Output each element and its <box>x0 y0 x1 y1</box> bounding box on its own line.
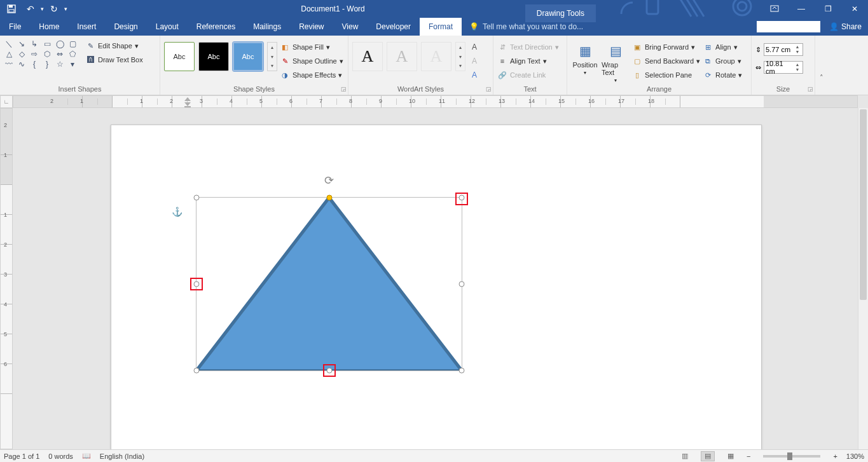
view-web-layout[interactable]: ▦ <box>724 451 738 461</box>
qat-save[interactable] <box>3 0 20 18</box>
wordart-style-2[interactable]: A <box>387 42 417 71</box>
shape-freeform-icon[interactable]: 〰 <box>4 60 14 69</box>
status-words[interactable]: 0 words <box>48 452 73 460</box>
zoom-slider[interactable] <box>763 455 820 458</box>
tab-file[interactable]: File <box>0 18 30 36</box>
wordart-more[interactable]: ▴▾▾ <box>455 42 465 71</box>
shape-rect-icon[interactable]: ▭ <box>42 39 52 48</box>
bring-forward-button[interactable]: ▣Bring Forward ▾ <box>632 41 700 53</box>
rotate-button[interactable]: ⟳Rotate ▾ <box>703 69 742 81</box>
selection-pane-button[interactable]: ▯Selection Pane <box>632 69 700 81</box>
shape-curve-icon[interactable]: ∿ <box>17 60 27 69</box>
first-line-indent[interactable] <box>184 96 191 107</box>
shape-oval-icon[interactable]: ◯ <box>55 39 65 48</box>
shape-styles-dialog[interactable]: ◲ <box>341 85 347 93</box>
shape-arrow-icon[interactable]: ↘ <box>17 39 27 48</box>
qat-undo-more[interactable]: ▾ <box>41 6 44 12</box>
align-text-button[interactable]: ≡Align Text ▾ <box>497 55 559 67</box>
shape-style-1[interactable]: Abc <box>164 42 195 71</box>
shape-lrarrow-icon[interactable]: ⇔ <box>55 50 65 58</box>
window-restore[interactable]: ❐ <box>815 0 841 18</box>
shape-outline-button[interactable]: ✎Shape Outline ▾ <box>280 55 343 67</box>
shape-star-icon[interactable]: ☆ <box>55 60 65 69</box>
size-dialog[interactable]: ◲ <box>808 85 813 93</box>
scrollbar-thumb[interactable] <box>860 109 867 300</box>
shape-line-icon[interactable]: ＼ <box>4 39 14 48</box>
shape-lbrace-icon[interactable]: { <box>29 60 39 69</box>
vertical-ruler[interactable]: 21123456 <box>0 108 13 449</box>
handle-nw[interactable] <box>194 195 200 201</box>
shapes-gallery[interactable]: ＼ ↘ ↳ ▭ ◯ ▢ △ ◇ ⇨ ⬡ ⇔ ⬠ 〰 ∿ { } ☆ ▾ <box>4 38 80 69</box>
tab-design[interactable]: Design <box>105 18 146 36</box>
shape-rbrace-icon[interactable]: } <box>42 60 52 69</box>
status-page[interactable]: Page 1 of 1 <box>4 452 39 460</box>
qat-undo[interactable]: ↶ <box>22 0 39 18</box>
document-page[interactable]: ⚓ ⟳ <box>111 125 762 449</box>
shape-effects-button[interactable]: ◑Shape Effects ▾ <box>280 69 343 81</box>
zoom-in[interactable]: + <box>833 452 837 460</box>
handle-e[interactable] <box>459 282 465 287</box>
view-read-mode[interactable]: ▥ <box>678 451 692 461</box>
tab-review[interactable]: Review <box>290 18 333 36</box>
shape-pent-icon[interactable]: ⬠ <box>67 50 78 58</box>
shape-fill-button[interactable]: ◧Shape Fill ▾ <box>280 41 343 53</box>
shape-style-2[interactable]: Abc <box>198 42 229 71</box>
shape-diamond-icon[interactable]: ◇ <box>17 50 27 58</box>
text-fill-button[interactable]: A <box>468 41 481 53</box>
shape-style-3[interactable]: Abc <box>233 42 263 71</box>
draw-text-box-button[interactable]: 🅰Draw Text Box <box>83 53 146 66</box>
horizontal-ruler[interactable]: 21123456789101112131415161718 <box>13 95 858 108</box>
position-button[interactable]: ▦ Position▾ <box>571 38 599 76</box>
ribbon-display-options[interactable] <box>761 0 788 18</box>
shape-style-gallery[interactable]: Abc Abc Abc ▴▾▾ <box>164 38 277 71</box>
wordart-style-1[interactable]: A <box>352 42 383 71</box>
tab-view[interactable]: View <box>333 18 368 36</box>
text-outline-button[interactable]: A <box>468 55 481 67</box>
handle-adjust[interactable] <box>326 195 332 201</box>
status-proofing-icon[interactable]: 📖 <box>82 452 91 460</box>
shape-style-more[interactable]: ▴▾▾ <box>267 42 277 71</box>
share-button[interactable]: 👤 Share <box>823 18 868 36</box>
shape-selection-box[interactable]: ⟳ <box>196 197 462 371</box>
shape-rarrow-icon[interactable]: ⇨ <box>29 50 39 58</box>
zoom-out[interactable]: − <box>747 452 750 460</box>
shape-hex-icon[interactable]: ⬡ <box>42 50 52 58</box>
view-print-layout[interactable]: ▤ <box>701 451 715 461</box>
tab-format[interactable]: Format <box>420 18 462 36</box>
qat-redo[interactable]: ↻ <box>45 0 63 18</box>
anchor-icon[interactable]: ⚓ <box>172 207 183 217</box>
vertical-scrollbar[interactable] <box>858 108 868 449</box>
handle-sw[interactable] <box>194 368 200 374</box>
collapse-ribbon[interactable]: ˄ <box>815 36 828 95</box>
tab-references[interactable]: References <box>188 18 244 36</box>
window-close[interactable]: ✕ <box>841 0 868 18</box>
text-effects-button[interactable]: A <box>468 69 481 81</box>
wordart-style-3[interactable]: A <box>421 42 451 71</box>
shape-height-field[interactable]: ⇕ 5.77 cm▲▼ <box>755 43 803 56</box>
wordart-dialog[interactable]: ◲ <box>486 85 492 93</box>
zoom-level[interactable]: 130% <box>846 452 864 460</box>
qat-customize[interactable]: ▾ <box>64 6 67 12</box>
triangle-shape[interactable] <box>196 198 462 370</box>
tab-layout[interactable]: Layout <box>147 18 188 36</box>
tab-home[interactable]: Home <box>30 18 68 36</box>
shape-width-field[interactable]: ⇔ 10.81 cm▲▼ <box>755 61 803 74</box>
handle-se[interactable] <box>459 368 465 374</box>
shape-roundrect-icon[interactable]: ▢ <box>67 39 78 48</box>
rotation-handle[interactable]: ⟳ <box>324 173 334 187</box>
shape-connector-icon[interactable]: ↳ <box>29 39 39 48</box>
align-button[interactable]: ⊞Align ▾ <box>703 41 742 53</box>
shape-more-icon[interactable]: ▾ <box>67 60 78 69</box>
tab-developer[interactable]: Developer <box>367 18 420 36</box>
tab-insert[interactable]: Insert <box>68 18 105 36</box>
status-language[interactable]: English (India) <box>100 452 144 460</box>
tab-mailings[interactable]: Mailings <box>244 18 290 36</box>
send-backward-button[interactable]: ▢Send Backward ▾ <box>632 55 700 67</box>
text-box-icon: 🅰 <box>85 56 95 64</box>
title-search-box[interactable] <box>757 21 820 32</box>
edit-shape-button[interactable]: ✎Edit Shape ▾ <box>83 39 146 52</box>
window-minimize[interactable]: — <box>788 0 815 18</box>
wordart-gallery[interactable]: A A A ▴▾▾ <box>352 38 465 71</box>
wrap-text-button[interactable]: ▤ Wrap Text▾ <box>602 38 630 83</box>
shape-triangle-icon[interactable]: △ <box>4 50 14 58</box>
